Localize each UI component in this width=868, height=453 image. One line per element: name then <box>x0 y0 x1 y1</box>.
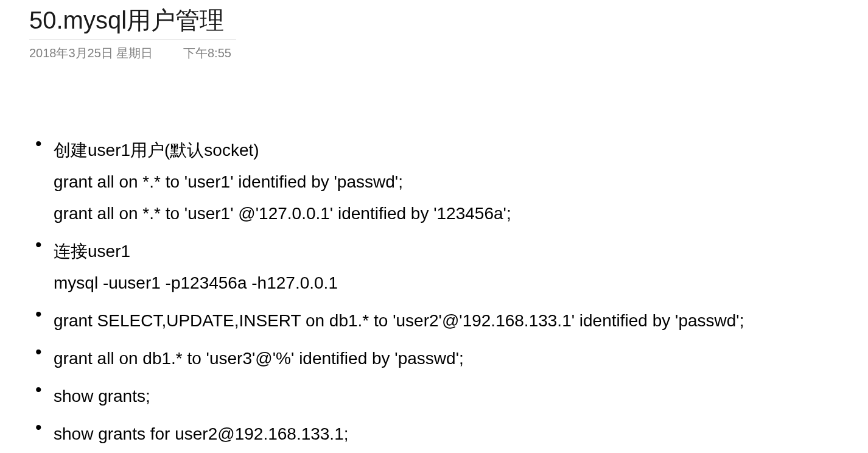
item-line: show grants for user2@192.168.133.1; <box>54 418 868 450</box>
item-line: show grants; <box>54 381 868 412</box>
item-line: grant SELECT,UPDATE,INSERT on db1.* to '… <box>54 305 868 337</box>
content-area: 创建user1用户(默认socket) grant all on *.* to … <box>29 135 868 450</box>
list-item: 创建user1用户(默认socket) grant all on *.* to … <box>35 135 868 230</box>
meta-date: 2018年3月25日 星期日 <box>29 45 153 61</box>
list-item: 连接user1 mysql -uuser1 -p123456a -h127.0.… <box>35 236 868 299</box>
item-line: 连接user1 <box>54 236 868 267</box>
item-line: grant all on db1.* to 'user3'@'%' identi… <box>54 343 868 374</box>
list-item: show grants for user2@192.168.133.1; <box>35 418 868 450</box>
item-line: grant all on *.* to 'user1' @'127.0.0.1'… <box>54 198 868 230</box>
item-line: 创建user1用户(默认socket) <box>54 135 868 166</box>
item-line: mysql -uuser1 -p123456a -h127.0.0.1 <box>54 267 868 299</box>
list-item: grant all on db1.* to 'user3'@'%' identi… <box>35 343 868 374</box>
item-line: grant all on *.* to 'user1' identified b… <box>54 166 868 198</box>
meta-row: 2018年3月25日 星期日 下午8:55 <box>29 45 868 61</box>
meta-time: 下午8:55 <box>183 45 231 61</box>
list-item: show grants; <box>35 381 868 412</box>
page-title: 50.mysql用户管理 <box>29 4 224 37</box>
list-item: grant SELECT,UPDATE,INSERT on db1.* to '… <box>35 305 868 337</box>
bullet-list: 创建user1用户(默认socket) grant all on *.* to … <box>29 135 868 450</box>
document-page: 50.mysql用户管理 2018年3月25日 星期日 下午8:55 创建use… <box>0 0 868 450</box>
title-block: 50.mysql用户管理 <box>29 4 236 40</box>
